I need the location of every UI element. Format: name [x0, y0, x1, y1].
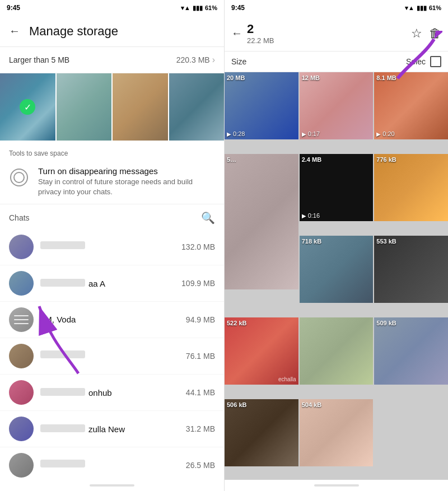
- select-label: Selec: [406, 57, 426, 66]
- disappearing-messages-icon: [10, 169, 28, 186]
- grid-cell-12[interactable]: 509 kB: [374, 317, 448, 385]
- chat-size: 94.9 MB: [186, 315, 215, 324]
- list-item[interactable]: zulla New 31.2 MB: [0, 411, 224, 447]
- chat-name-blurred: [40, 424, 85, 432]
- duration-text: 0:17: [308, 130, 320, 137]
- disappearing-messages-item[interactable]: Turn on disappearing messages Stay in co…: [9, 164, 215, 199]
- status-icons-left: ▾▲ ▮▮▮ 61%: [181, 4, 217, 12]
- size-label: Size: [231, 57, 246, 66]
- cell-size-badge: 553 kB: [376, 238, 396, 245]
- page-title: Manage storage: [29, 24, 215, 39]
- chat-size: 26.5 MB: [186, 461, 215, 470]
- status-icons-right: ▾▲ ▮▮▮ 61%: [405, 4, 441, 12]
- grid-cell-9[interactable]: 553 kB: [374, 236, 448, 303]
- scroll-indicator: [90, 484, 134, 487]
- avatar: [9, 235, 34, 259]
- back-button-right[interactable]: ←: [231, 27, 242, 40]
- cell-size-badge: 504 kB: [302, 401, 321, 408]
- grid-cell-11[interactable]: [300, 317, 374, 385]
- list-item[interactable]: . M, Voda 94.9 MB: [0, 302, 224, 338]
- label-text: echalla: [278, 376, 296, 382]
- list-item[interactable]: 26.5 MB: [0, 447, 224, 480]
- grid-cell-13[interactable]: 506 kB: [225, 399, 298, 466]
- video-icon: ▶: [302, 131, 306, 137]
- chat-size: 44.1 MB: [186, 388, 215, 397]
- chats-header: Chats 🔍: [0, 204, 224, 229]
- right-panel-subtitle: 22.2 MB: [247, 36, 407, 45]
- chat-name-blurred: [40, 350, 85, 358]
- search-icon[interactable]: 🔍: [201, 211, 215, 225]
- chat-name: aa A: [88, 279, 105, 288]
- status-bar-left: 9:45 ▾▲ ▮▮▮ 61%: [0, 0, 224, 16]
- grid-cell-2[interactable]: 12 MB ▶ 0:17: [300, 72, 374, 139]
- time-left: 9:45: [7, 4, 20, 12]
- scroll-indicator-right: [314, 484, 359, 487]
- star-icon[interactable]: ☆: [411, 26, 422, 41]
- chat-name: . M, Voda: [40, 315, 76, 324]
- larger-than-5mb-row[interactable]: Larger than 5 MB 220.3 MB ›: [0, 47, 224, 73]
- battery-icon-right: 61%: [429, 4, 441, 11]
- grid-cell-6[interactable]: 2.4 MB ▶ 0:16: [300, 154, 374, 221]
- cell-duration: ▶ 0:17: [302, 130, 320, 137]
- trash-icon[interactable]: 🗑: [429, 26, 441, 41]
- media-grid: 20 MB ▶ 0:28 12 MB ▶ 0:17 8.1 MB ▶ 0:20 …: [225, 72, 448, 480]
- avatar: [9, 344, 34, 368]
- chat-name-blurred: [40, 388, 85, 396]
- grid-cell-1[interactable]: 20 MB ▶ 0:28: [225, 72, 298, 139]
- signal-icon: ▮▮▮: [193, 4, 203, 12]
- cell-size-badge: 506 kB: [227, 401, 246, 408]
- video-icon: ▶: [302, 213, 306, 219]
- avatar: [9, 271, 34, 296]
- list-item[interactable]: onhub 44.1 MB: [0, 375, 224, 411]
- avatar: [9, 380, 34, 405]
- duration-text: 0:16: [308, 212, 320, 219]
- left-panel: 9:45 ▾▲ ▮▮▮ 61% ← Manage storage Larger …: [0, 0, 224, 491]
- storage-row-size: 220.3 MB ›: [176, 55, 215, 65]
- tools-section: Tools to save space Turn on disappearing…: [0, 141, 224, 204]
- chat-name-blurred: [40, 460, 85, 467]
- signal-icon-right: ▮▮▮: [417, 4, 427, 12]
- chat-name-blurred: [40, 241, 85, 249]
- right-panel-title: 2: [247, 22, 407, 36]
- list-item[interactable]: aa A 109.9 MB: [0, 265, 224, 302]
- media-thumb-1[interactable]: ✓: [0, 73, 57, 141]
- cell-duration: ▶ 0:28: [227, 130, 245, 137]
- chat-size: 109.9 MB: [181, 279, 215, 288]
- duration-text: 0:20: [382, 130, 394, 137]
- back-button-left[interactable]: ←: [9, 25, 20, 38]
- chat-size: 31.2 MB: [186, 424, 215, 433]
- right-header-icons: ☆ 🗑: [411, 26, 441, 41]
- duration-text: 0:28: [233, 130, 245, 137]
- cell-size-badge: 5…: [227, 156, 236, 163]
- list-item[interactable]: 76.1 MB: [0, 338, 224, 375]
- status-bar-right: 9:45 ▾▲ ▮▮▮ 61%: [225, 0, 448, 16]
- right-header: ← 2 22.2 MB ☆ 🗑: [225, 16, 448, 52]
- storage-row-label: Larger than 5 MB: [9, 55, 69, 64]
- cell-size-badge: 8.1 MB: [376, 74, 396, 81]
- wifi-icon: ▾▲: [181, 4, 190, 12]
- media-thumb-2[interactable]: [57, 73, 113, 141]
- battery-icon: 61%: [205, 4, 217, 11]
- list-item[interactable]: 132.0 MB: [0, 229, 224, 265]
- media-thumb-4[interactable]: [169, 73, 225, 141]
- grid-cell-7[interactable]: 776 kB: [374, 154, 448, 221]
- cell-size-badge: 2.4 MB: [302, 156, 321, 163]
- avatar: [9, 417, 34, 441]
- grid-cell-3[interactable]: 8.1 MB ▶ 0:20: [374, 72, 448, 139]
- grid-cell-14[interactable]: 504 kB: [300, 399, 374, 466]
- tools-main-text: Turn on disappearing messages: [38, 166, 215, 176]
- chat-name: onhub: [88, 388, 112, 398]
- cell-size-badge: 776 kB: [376, 156, 396, 163]
- grid-cell-4-large[interactable]: 5…: [225, 154, 298, 289]
- left-header: ← Manage storage: [0, 16, 224, 47]
- grid-cell-10[interactable]: 522 kB echalla: [225, 317, 298, 385]
- cell-size-badge: 20 MB: [227, 74, 245, 81]
- storage-size-value: 220.3 MB: [176, 55, 210, 64]
- media-thumb-3[interactable]: [113, 73, 169, 141]
- bottom-bar-left: [0, 480, 224, 491]
- select-all-checkbox[interactable]: [430, 56, 441, 67]
- grid-cell-8[interactable]: 718 kB: [300, 236, 374, 303]
- cell-duration: ▶ 0:16: [302, 212, 320, 219]
- thumb-check-icon: ✓: [20, 99, 35, 115]
- video-icon: ▶: [227, 131, 231, 137]
